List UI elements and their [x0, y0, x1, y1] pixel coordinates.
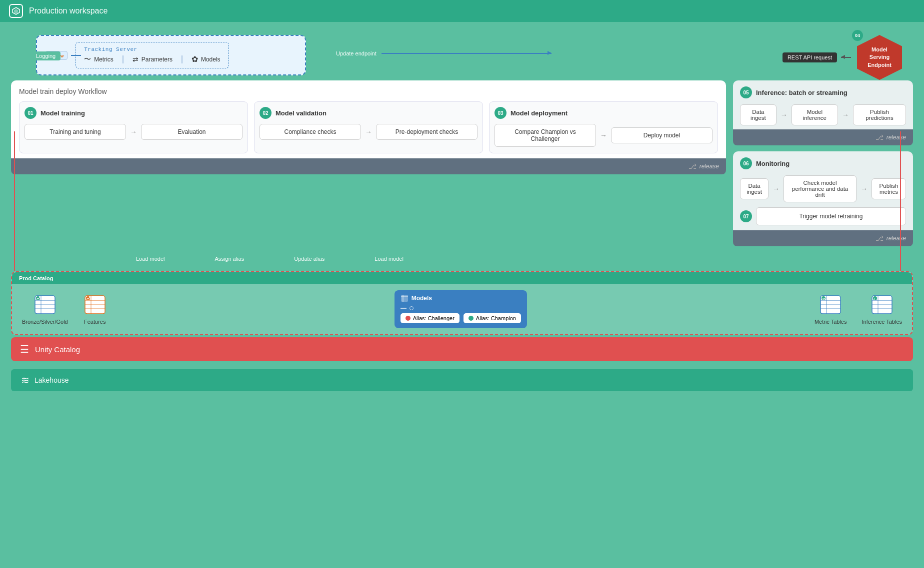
- workflow-steps: 01 Model training Training and tuning → …: [19, 101, 718, 153]
- workflow-row: Model train deploy Workflow 01 Model tra…: [11, 80, 913, 246]
- challenger-dot: [406, 316, 410, 321]
- lakehouse-title: Lakehouse: [34, 376, 69, 384]
- inference-data-ingest: Data ingest: [740, 104, 776, 125]
- tracking-server-label: Tracking Server: [84, 46, 220, 52]
- step-item-predeployment: Pre-deployment checks: [376, 124, 478, 140]
- features-label: Features: [84, 319, 106, 325]
- bronze-icon-wrapper: [33, 294, 57, 316]
- prod-catalog-container: Prod Catalog: [11, 271, 913, 335]
- mlflow-section: Logging mlflow Tracking Server 〜 Metrics: [36, 35, 306, 75]
- inference-model-inference: Model inference: [792, 104, 838, 125]
- workspace-title: Production workspace: [29, 6, 108, 15]
- update-endpoint-badge: Update endpoint: [331, 49, 382, 58]
- bronze-label: Bronze/Silver/Gold: [22, 319, 68, 325]
- tracking-server-box: Tracking Server 〜 Metrics ⇄ Parameters: [76, 42, 228, 68]
- main-content: Logging mlflow Tracking Server 〜 Metrics: [0, 22, 924, 396]
- inference-tables-label: Inference Tables: [862, 319, 902, 325]
- workflow-step-02: 02 Model validation Compliance checks → …: [254, 101, 483, 153]
- catalog-item-features: Features: [83, 294, 107, 325]
- monitoring-panel: 06 Monitoring Data ingest → Check model …: [733, 151, 913, 246]
- bronze-table-icon: [33, 294, 57, 316]
- model-serving-endpoint: 04 ModelServingEndpoint: [857, 35, 902, 80]
- app-icon: [9, 4, 23, 18]
- prod-catalog-title: Prod Catalog: [19, 275, 53, 281]
- monitoring-release-bar: ⎇ release: [733, 230, 913, 246]
- unity-catalog: ☰ Unity Catalog: [11, 337, 913, 361]
- inference-panel: 05 Inference: batch or streaming Data in…: [733, 80, 913, 145]
- step-title-02: Model validation: [276, 109, 326, 117]
- trigger-box: Trigger model retraining: [756, 207, 906, 225]
- step-item-training: Training and tuning: [24, 124, 126, 140]
- inference-release-bar: ⎇ release: [733, 129, 913, 145]
- models-icon: [400, 294, 408, 302]
- rest-api-section: REST API request: [782, 52, 851, 62]
- inference-panel-title: Inference: batch or streaming: [756, 89, 848, 96]
- right-panels: 05 Inference: batch or streaming Data in…: [733, 80, 913, 246]
- assign-alias-badge: Assign alias: [210, 254, 250, 263]
- step04-badge: 04: [852, 30, 863, 41]
- models-box: Models Alias: Challenger Alias: C: [394, 290, 527, 328]
- unity-catalog-title: Unity Catalog: [35, 345, 80, 354]
- step-item-compare: Compare Champion vs Challenger: [494, 124, 596, 147]
- step-number-07: 07: [740, 210, 752, 222]
- monitoring-panel-title: Monitoring: [756, 160, 790, 167]
- tracking-metrics: 〜 Metrics: [84, 55, 114, 64]
- tracking-parameters: ⇄ Parameters: [132, 55, 172, 63]
- step-title-03: Model deployment: [510, 109, 568, 117]
- tracking-models: ✿ Models: [192, 54, 220, 64]
- lakehouse-bar: ≋ Lakehouse: [11, 369, 913, 391]
- lakehouse-icon: ≋: [21, 374, 30, 386]
- update-alias-badge: Update alias: [289, 254, 330, 263]
- inference-publish-predictions: Publish predictions: [853, 104, 906, 125]
- rest-api-badge: REST API request: [782, 52, 837, 62]
- models-aliases: Alias: Challenger Alias: Champion: [400, 313, 521, 323]
- alias-challenger: Alias: Challenger: [400, 313, 460, 323]
- logging-badge: Logging: [31, 51, 60, 60]
- step-title-01: Model training: [40, 109, 85, 117]
- svg-text:M: M: [822, 297, 825, 300]
- catalog-item-inference-tables: I Inference Tables: [862, 294, 902, 325]
- monitoring-release-label: release: [886, 235, 906, 242]
- metric-tables-icon: M: [818, 294, 842, 316]
- metric-tables-label: Metric Tables: [814, 319, 847, 325]
- step-item-evaluation: Evaluation: [141, 124, 242, 140]
- workflow-release-bar: ⎇ release: [11, 158, 726, 174]
- bottom-section-wrapper: Prod Catalog: [11, 271, 913, 361]
- workflow-step-01: 01 Model training Training and tuning → …: [19, 101, 248, 153]
- monitoring-check-performance: Check model performance and data drift: [784, 175, 856, 202]
- step-number-05: 05: [740, 86, 752, 98]
- model-serving-hex: ModelServingEndpoint: [857, 35, 902, 80]
- step-number-02: 02: [260, 107, 272, 119]
- workflow-step-03: 03 Model deployment Compare Champion vs …: [489, 101, 718, 153]
- step-item-deploy: Deploy model: [611, 127, 712, 143]
- models-title: Models: [400, 294, 521, 302]
- catalog-item-bronze: Bronze/Silver/Gold: [22, 294, 68, 325]
- prod-catalog-header: Prod Catalog: [12, 272, 912, 284]
- prod-catalog-content: Bronze/Silver/Gold: [12, 284, 912, 334]
- unity-catalog-icon: ☰: [20, 343, 29, 355]
- release-label: release: [700, 163, 719, 170]
- step-arrow-03: →: [600, 131, 607, 139]
- load-model-1-badge: Load model: [131, 254, 170, 263]
- inference-tables-icon: I: [870, 294, 894, 316]
- update-endpoint-area: Update endpoint: [331, 49, 552, 58]
- svg-rect-14: [401, 295, 408, 302]
- inference-release-label: release: [886, 134, 906, 141]
- workflow-title: Model train deploy Workflow: [19, 87, 718, 95]
- step-number-03: 03: [494, 107, 506, 119]
- step-number-01: 01: [24, 107, 36, 119]
- features-table-icon: [83, 294, 107, 316]
- alias-champion: Alias: Champion: [464, 313, 521, 323]
- red-line-right: [900, 131, 901, 271]
- red-line-left: [14, 131, 15, 271]
- svg-marker-1: [14, 9, 18, 14]
- badges-row: Load model Assign alias Update alias Loa…: [11, 251, 913, 264]
- top-bar: Production workspace: [0, 0, 924, 22]
- load-model-2-badge: Load model: [370, 254, 408, 263]
- catalog-item-metric-tables: M Metric Tables: [814, 294, 847, 325]
- workflow-box: Model train deploy Workflow 01 Model tra…: [11, 80, 726, 174]
- tracking-items: 〜 Metrics ⇄ Parameters ✿ Models: [84, 54, 220, 64]
- step-item-compliance: Compliance checks: [260, 124, 361, 140]
- release-icon: ⎇: [688, 162, 696, 170]
- features-icon-wrapper: [83, 294, 107, 316]
